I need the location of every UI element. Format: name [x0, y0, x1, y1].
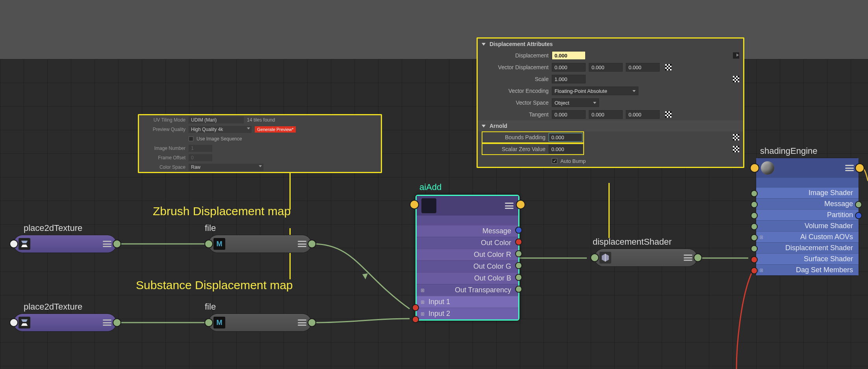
- use-image-sequence-label: Use Image Sequence: [197, 136, 242, 142]
- node-menu-icon[interactable]: [684, 255, 692, 261]
- se-top-in-port[interactable]: [751, 164, 759, 172]
- node-menu-icon[interactable]: [103, 241, 111, 247]
- port-out-color-g[interactable]: [516, 263, 521, 268]
- vector-displacement-x-field[interactable]: 0.000: [552, 63, 586, 72]
- se-ai-custom-aovs[interactable]: ⊞Ai Custom AOVs: [756, 231, 859, 242]
- displacement-shader-node[interactable]: [595, 249, 697, 266]
- input-port[interactable]: [10, 319, 17, 326]
- node-menu-icon[interactable]: [298, 319, 306, 326]
- port-se-message-in[interactable]: [751, 202, 757, 207]
- aiadd-out-color-r[interactable]: Out Color R: [417, 249, 518, 260]
- output-port[interactable]: [308, 319, 315, 326]
- se-partition[interactable]: Partition: [756, 209, 859, 220]
- port-displacement-in[interactable]: [751, 246, 757, 251]
- use-image-sequence-checkbox[interactable]: [189, 137, 193, 141]
- output-port[interactable]: [113, 240, 121, 247]
- input-port[interactable]: [205, 319, 212, 326]
- bounds-padding-map-button[interactable]: [733, 134, 739, 140]
- port-out-color[interactable]: [516, 239, 521, 245]
- scale-field[interactable]: 1.000: [552, 75, 586, 83]
- color-space-dropdown[interactable]: Raw: [189, 164, 263, 171]
- shading-engine-node[interactable]: Image Shader Message Partition Volume Sh…: [756, 158, 859, 275]
- preview-quality-dropdown[interactable]: High Quality 4k: [189, 126, 252, 133]
- output-port[interactable]: [694, 254, 701, 261]
- displacement-section-header[interactable]: Displacement Attributes: [478, 39, 743, 50]
- collapse-triangle-icon: [482, 43, 486, 46]
- aiadd-top-in-port[interactable]: [410, 201, 418, 208]
- aiadd-out-transparency[interactable]: ⊞Out Transparency: [417, 284, 518, 296]
- tiles-found-text: 14 tiles found: [247, 117, 275, 123]
- output-port[interactable]: [113, 319, 121, 326]
- scalar-zero-map-button[interactable]: [733, 146, 739, 152]
- se-dag-set-members[interactable]: ⊞Dag Set Members: [756, 264, 859, 275]
- aiadd-out-color[interactable]: Out Color: [417, 237, 518, 249]
- port-partition-in[interactable]: [751, 213, 757, 218]
- node-menu-icon[interactable]: [505, 203, 514, 209]
- generate-preview-button[interactable]: Generate Preview*: [255, 126, 296, 133]
- port-out-transparency[interactable]: [516, 286, 521, 292]
- bounds-padding-field[interactable]: 0.000: [549, 133, 582, 142]
- port-se-partition-out[interactable]: [856, 213, 861, 218]
- maya-icon: M: [213, 317, 225, 328]
- se-top-out-port[interactable]: [856, 164, 864, 172]
- tangent-map-button[interactable]: [665, 111, 671, 118]
- input-port[interactable]: [10, 240, 17, 247]
- port-input2[interactable]: [413, 317, 418, 322]
- node-menu-icon[interactable]: [298, 241, 306, 247]
- vector-space-dropdown[interactable]: Object: [552, 98, 599, 107]
- tangent-z-field[interactable]: 0.000: [626, 110, 660, 119]
- image-number-field[interactable]: 1: [189, 145, 212, 152]
- output-port[interactable]: [308, 240, 315, 247]
- input-port[interactable]: [205, 240, 212, 247]
- tangent-x-field[interactable]: 0.000: [552, 110, 586, 119]
- port-input1[interactable]: [413, 305, 418, 310]
- scalar-zero-field[interactable]: 0.000: [549, 145, 582, 153]
- port-out-color-b[interactable]: [516, 275, 521, 280]
- se-volume-shader[interactable]: Volume Shader: [756, 220, 859, 231]
- file-node-title: file: [205, 302, 216, 312]
- image-number-label: Image Number: [142, 146, 185, 151]
- uv-tiling-mode-dropdown[interactable]: UDIM (Mari): [189, 116, 244, 124]
- aiadd-top-out-port[interactable]: [517, 201, 525, 208]
- port-ai-custom-aovs[interactable]: [751, 235, 757, 240]
- aiadd-input2[interactable]: ⊞Input 2: [417, 308, 518, 319]
- aiadd-out-color-g[interactable]: Out Color G: [417, 260, 518, 272]
- tangent-label: Tangent: [482, 111, 549, 118]
- displacement-field[interactable]: 0.000: [552, 51, 586, 60]
- port-message[interactable]: [516, 227, 521, 233]
- file-node[interactable]: M: [209, 235, 311, 253]
- scale-map-button[interactable]: [733, 76, 739, 82]
- aiadd-out-color-b[interactable]: Out Color B: [417, 272, 518, 284]
- arnold-section-header[interactable]: Arnold: [478, 120, 743, 131]
- node-menu-icon[interactable]: [845, 165, 854, 171]
- port-displacement-shader[interactable]: [751, 257, 757, 262]
- vector-displacement-map-button[interactable]: [665, 64, 671, 70]
- se-message[interactable]: Message: [756, 198, 859, 209]
- displacement-map-button[interactable]: [733, 52, 739, 59]
- auto-bump-checkbox[interactable]: ✓: [552, 158, 557, 164]
- vector-displacement-y-field[interactable]: 0.000: [589, 63, 623, 72]
- port-volume-shader[interactable]: [751, 224, 757, 229]
- tangent-y-field[interactable]: 0.000: [589, 110, 623, 119]
- file-node[interactable]: M: [209, 314, 311, 331]
- place2d-texture-node[interactable]: [14, 314, 116, 331]
- input-port[interactable]: [591, 254, 598, 261]
- port-out-color-r[interactable]: [516, 251, 521, 256]
- vector-encoding-dropdown[interactable]: Floating-Point Absolute: [552, 87, 638, 95]
- frame-offset-field[interactable]: 0: [189, 154, 212, 161]
- port-surface-shader[interactable]: [751, 268, 757, 273]
- se-displacement-shader[interactable]: Displacement Shader: [756, 242, 859, 253]
- aiadd-node[interactable]: Message Out Color Out Color R Out Color …: [415, 195, 519, 321]
- vector-displacement-z-field[interactable]: 0.000: [626, 63, 660, 72]
- se-surface-shader[interactable]: Surface Shader: [756, 253, 859, 264]
- aiadd-input1[interactable]: ⊞Input 1: [417, 296, 518, 308]
- displacement-attributes-panel: Displacement Attributes Displacement 0.0…: [477, 37, 744, 168]
- port-image-shader[interactable]: [751, 191, 757, 196]
- node-menu-icon[interactable]: [103, 319, 111, 326]
- aiadd-out-message[interactable]: Message: [417, 225, 518, 237]
- port-se-message-out[interactable]: [856, 202, 861, 207]
- color-space-label: Color Space: [142, 164, 185, 170]
- vector-space-label: Vector Space: [482, 100, 549, 106]
- se-image-shader[interactable]: Image Shader: [756, 187, 859, 198]
- place2d-texture-node[interactable]: [14, 235, 116, 253]
